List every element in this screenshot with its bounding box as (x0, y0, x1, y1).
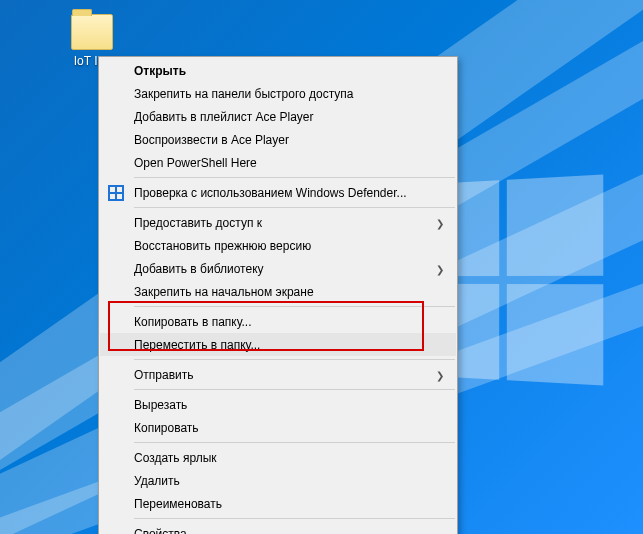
menu-label: Копировать (134, 421, 199, 435)
menu-defender-scan[interactable]: Проверка с использованием Windows Defend… (100, 181, 456, 204)
menu-separator (134, 389, 455, 390)
menu-add-to-library[interactable]: Добавить в библиотеку ❯ (100, 257, 456, 280)
menu-label: Переименовать (134, 497, 222, 511)
folder-icon (71, 14, 113, 50)
chevron-right-icon: ❯ (436, 217, 444, 228)
menu-label: Проверка с использованием Windows Defend… (134, 186, 407, 200)
menu-separator (134, 306, 455, 307)
menu-copy-to-folder[interactable]: Копировать в папку... (100, 310, 456, 333)
menu-create-shortcut[interactable]: Создать ярлык (100, 446, 456, 469)
menu-label: Открыть (134, 64, 186, 78)
context-menu: Открыть Закрепить на панели быстрого дос… (98, 56, 458, 534)
menu-copy[interactable]: Копировать (100, 416, 456, 439)
menu-open[interactable]: Открыть (100, 59, 456, 82)
menu-add-ace-playlist[interactable]: Добавить в плейлист Ace Player (100, 105, 456, 128)
menu-label: Закрепить на панели быстрого доступа (134, 87, 354, 101)
menu-pin-quick-access[interactable]: Закрепить на панели быстрого доступа (100, 82, 456, 105)
menu-properties[interactable]: Свойства (100, 522, 456, 534)
menu-separator (134, 207, 455, 208)
menu-label: Вырезать (134, 398, 187, 412)
menu-label: Переместить в папку... (134, 338, 260, 352)
menu-send-to[interactable]: Отправить ❯ (100, 363, 456, 386)
menu-play-ace[interactable]: Воспроизвести в Ace Player (100, 128, 456, 151)
menu-label: Добавить в плейлист Ace Player (134, 110, 314, 124)
menu-label: Закрепить на начальном экране (134, 285, 314, 299)
menu-give-access[interactable]: Предоставить доступ к ❯ (100, 211, 456, 234)
menu-open-powershell[interactable]: Open PowerShell Here (100, 151, 456, 174)
menu-label: Open PowerShell Here (134, 156, 257, 170)
menu-label: Удалить (134, 474, 180, 488)
menu-separator (134, 177, 455, 178)
menu-label: Предоставить доступ к (134, 216, 262, 230)
menu-separator (134, 518, 455, 519)
menu-delete[interactable]: Удалить (100, 469, 456, 492)
shield-icon (108, 185, 124, 201)
chevron-right-icon: ❯ (436, 369, 444, 380)
menu-label: Свойства (134, 527, 187, 535)
menu-move-to-folder[interactable]: Переместить в папку... (100, 333, 456, 356)
menu-restore-previous[interactable]: Восстановить прежнюю версию (100, 234, 456, 257)
menu-label: Восстановить прежнюю версию (134, 239, 311, 253)
menu-label: Отправить (134, 368, 194, 382)
menu-label: Создать ярлык (134, 451, 217, 465)
menu-cut[interactable]: Вырезать (100, 393, 456, 416)
chevron-right-icon: ❯ (436, 263, 444, 274)
menu-label: Копировать в папку... (134, 315, 252, 329)
menu-separator (134, 442, 455, 443)
menu-separator (134, 359, 455, 360)
menu-rename[interactable]: Переименовать (100, 492, 456, 515)
menu-label: Добавить в библиотеку (134, 262, 264, 276)
menu-label: Воспроизвести в Ace Player (134, 133, 289, 147)
menu-pin-start[interactable]: Закрепить на начальном экране (100, 280, 456, 303)
